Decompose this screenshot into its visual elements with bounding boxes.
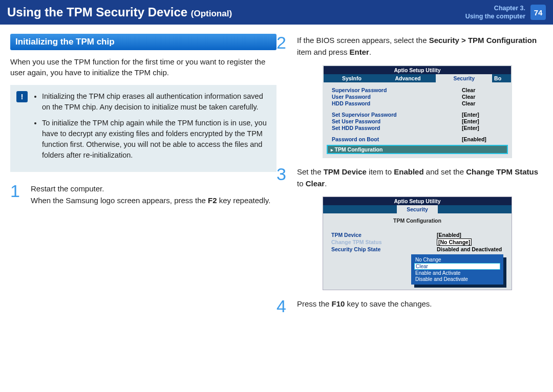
- bios-screenshot-2: Aptio Setup Utility Security TPM Configu…: [323, 197, 512, 290]
- step-4: 4 Press the F10 key to save the changes.: [276, 297, 543, 315]
- bios-tab: Advanced: [380, 74, 436, 82]
- bios2-title: Aptio Setup Utility: [323, 197, 512, 205]
- step1-line1: Restart the computer.: [31, 183, 276, 195]
- bios2-tabs: Security: [323, 205, 512, 213]
- chapter-line1: Chapter 3.: [465, 4, 525, 12]
- title-main: Using the TPM Security Device: [7, 5, 187, 19]
- bios-row: Password on Boot[Enabled]: [332, 136, 503, 142]
- step-2: 2 If the BIOS screen appears, select the…: [276, 34, 543, 58]
- bios2-row: TPM Device[Enabled]: [323, 232, 512, 238]
- bios2-row: Security Chip StateDisabled and Deactiva…: [323, 246, 512, 252]
- page-header: Using the TPM Security Device (Optional)…: [0, 0, 553, 25]
- note-item-2: To initialize the TPM chip again while t…: [42, 118, 269, 161]
- step-number: 3: [276, 165, 294, 189]
- bios-row: Supervisor PasswordClear: [332, 87, 503, 93]
- bios-tab: SysInfo: [324, 74, 380, 82]
- bios2-row: Change TPM Status[No Change]: [323, 239, 512, 245]
- step-body: Press the F10 key to save the changes.: [297, 297, 543, 315]
- bios-row: User PasswordClear: [332, 94, 503, 100]
- right-column: 2 If the BIOS screen appears, select the…: [276, 34, 543, 322]
- step-3: 3 Set the TPM Device item to Enabled and…: [276, 165, 543, 189]
- step-number: 4: [276, 297, 294, 315]
- bios2-cfg-title: TPM Configuration: [323, 213, 512, 231]
- page-number-badge: 74: [530, 5, 546, 20]
- chapter-line2: Using the computer: [465, 12, 525, 20]
- left-column: Initializing the TPM chip When you use t…: [10, 34, 276, 322]
- bios-title: Aptio Setup Utility: [324, 66, 511, 74]
- note-item-1: Initializing the TPM chip erases all aut…: [42, 91, 269, 113]
- alert-icon: !: [16, 91, 28, 102]
- bios2-tab-active: Security: [397, 205, 438, 213]
- bios-row: Set User Password[Enter]: [332, 118, 503, 124]
- bios-body: Supervisor PasswordClearUser PasswordCle…: [324, 82, 511, 145]
- step-number: 2: [276, 34, 294, 58]
- intro-text: When you use the TPM function for the fi…: [10, 56, 276, 78]
- bios-tab: Bo: [492, 74, 511, 82]
- popup-option: No Change: [414, 257, 500, 263]
- bios-row: HDD PasswordClear: [332, 100, 503, 106]
- title-sub: (Optional): [191, 9, 232, 18]
- popup-option: Disable and Deactivate: [414, 276, 500, 282]
- page-title: Using the TPM Security Device (Optional): [7, 5, 232, 19]
- step-number: 1: [10, 182, 28, 206]
- step-body: Restart the computer. When the Samsung l…: [31, 182, 276, 206]
- bios-screenshot-1: Aptio Setup Utility SysInfo Advanced Sec…: [323, 65, 512, 158]
- step-1: 1 Restart the computer. When the Samsung…: [10, 182, 276, 206]
- bios-tabs: SysInfo Advanced Security Bo: [324, 74, 511, 82]
- chapter-label: Chapter 3. Using the computer: [465, 4, 525, 21]
- step-body: If the BIOS screen appears, select the S…: [297, 34, 543, 58]
- bios2-popup: No ChangeClearEnable and ActivateDisable…: [411, 254, 503, 285]
- bios-tab-active: Security: [436, 74, 492, 82]
- bios-highlight: TPM Configuration: [327, 145, 508, 154]
- bios-row: Set HDD Password[Enter]: [332, 125, 503, 131]
- popup-option: Enable and Activate: [414, 270, 500, 276]
- step-body: Set the TPM Device item to Enabled and s…: [297, 165, 543, 189]
- content: Initializing the TPM chip When you use t…: [0, 25, 553, 322]
- section-heading: Initializing the TPM chip: [10, 34, 276, 50]
- header-right: Chapter 3. Using the computer 74: [465, 4, 546, 21]
- step1-line2: When the Samsung logo screen appears, pr…: [31, 195, 276, 207]
- popup-option: Clear: [414, 263, 500, 270]
- bios-row: Set Supervisor Password[Enter]: [332, 112, 503, 118]
- note-box: ! Initializing the TPM chip erases all a…: [10, 85, 276, 172]
